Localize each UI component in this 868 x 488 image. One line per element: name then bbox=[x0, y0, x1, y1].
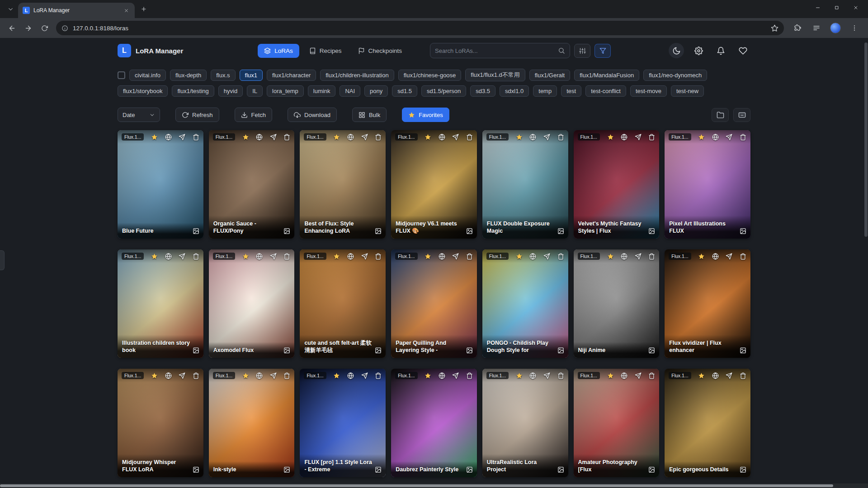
select-all-checkbox[interactable] bbox=[118, 71, 125, 79]
example-images-icon[interactable] bbox=[466, 466, 473, 473]
delete-icon[interactable] bbox=[193, 253, 199, 260]
open-folder-button[interactable] bbox=[712, 108, 729, 122]
tag-lora_temp[interactable]: lora_temp bbox=[267, 85, 304, 97]
tab-search-button[interactable] bbox=[4, 2, 17, 16]
favorite-star-icon[interactable] bbox=[151, 253, 158, 260]
example-images-icon[interactable] bbox=[375, 466, 382, 473]
delete-icon[interactable] bbox=[375, 134, 382, 141]
send-to-workflow-icon[interactable] bbox=[179, 253, 185, 260]
lora-card[interactable]: Flux.1... Midjourney Whisper FLUX LoRA bbox=[118, 369, 203, 477]
delete-icon[interactable] bbox=[648, 372, 655, 379]
send-to-workflow-icon[interactable] bbox=[543, 253, 550, 260]
delete-icon[interactable] bbox=[283, 253, 290, 260]
lora-card[interactable]: Flux.1... cute and soft felt-art 柔软清新羊毛毡 bbox=[300, 249, 386, 358]
delete-icon[interactable] bbox=[557, 372, 564, 379]
example-images-icon[interactable] bbox=[283, 228, 290, 235]
delete-icon[interactable] bbox=[648, 253, 655, 260]
civitai-globe-icon[interactable] bbox=[256, 134, 263, 141]
example-images-icon[interactable] bbox=[740, 228, 746, 235]
tag-test[interactable]: test bbox=[561, 85, 581, 97]
favorite-star-icon[interactable] bbox=[242, 253, 249, 260]
example-images-icon[interactable] bbox=[740, 466, 746, 473]
civitai-globe-icon[interactable] bbox=[621, 134, 627, 141]
tag-flux1/chinese-goose[interactable]: flux1/chinese-goose bbox=[398, 70, 462, 81]
tag-flux1/children-illustration[interactable]: flux1/children-illustration bbox=[320, 70, 394, 81]
forward-button[interactable] bbox=[21, 21, 35, 35]
civitai-globe-icon[interactable] bbox=[529, 253, 536, 260]
example-images-icon[interactable] bbox=[648, 228, 655, 235]
delete-icon[interactable] bbox=[740, 134, 746, 141]
horizontal-scrollbar-thumb[interactable] bbox=[0, 484, 833, 487]
lora-card[interactable]: Flux.1... PONGO - Childish Play Dough St… bbox=[482, 249, 568, 358]
lora-card[interactable]: Flux.1... Midjourney V6.1 meets FLUX 🎨 bbox=[391, 130, 477, 239]
delete-icon[interactable] bbox=[375, 253, 382, 260]
favorite-star-icon[interactable] bbox=[242, 372, 249, 379]
filter-button[interactable] bbox=[594, 44, 611, 58]
favorite-star-icon[interactable] bbox=[242, 134, 249, 141]
delete-icon[interactable] bbox=[557, 253, 564, 260]
lora-card[interactable]: Flux.1... Velvet's Mythic Fantasy Styles… bbox=[574, 130, 660, 239]
theme-toggle-button[interactable] bbox=[669, 43, 684, 58]
delete-icon[interactable] bbox=[466, 134, 473, 141]
tag-sd1.5/person[interactable]: sd1.5/person bbox=[421, 85, 466, 97]
favorite-star-icon[interactable] bbox=[333, 253, 340, 260]
example-images-icon[interactable] bbox=[375, 228, 382, 235]
search-input[interactable] bbox=[435, 47, 554, 54]
send-to-workflow-icon[interactable] bbox=[361, 134, 368, 141]
send-to-workflow-icon[interactable] bbox=[452, 253, 459, 260]
civitai-globe-icon[interactable] bbox=[347, 134, 354, 141]
favorite-star-icon[interactable] bbox=[425, 253, 431, 260]
settings-button[interactable] bbox=[691, 43, 706, 58]
favorite-star-icon[interactable] bbox=[698, 372, 705, 379]
send-to-workflow-icon[interactable] bbox=[635, 253, 642, 260]
civitai-globe-icon[interactable] bbox=[712, 253, 719, 260]
send-to-workflow-icon[interactable] bbox=[179, 372, 185, 379]
lora-card[interactable]: Flux.1... FLUX Double Exposure Magic bbox=[482, 130, 568, 239]
bulk-button[interactable]: Bulk bbox=[352, 108, 387, 122]
tag-flux1/character[interactable]: flux1/character bbox=[267, 70, 316, 81]
favorite-star-icon[interactable] bbox=[607, 372, 614, 379]
favorite-star-icon[interactable] bbox=[151, 134, 158, 141]
favorite-star-icon[interactable] bbox=[516, 134, 523, 141]
profile-avatar[interactable] bbox=[828, 21, 843, 35]
delete-icon[interactable] bbox=[740, 372, 746, 379]
reload-button[interactable] bbox=[37, 21, 52, 35]
tag-sd3.5[interactable]: sd3.5 bbox=[470, 85, 495, 97]
send-to-workflow-icon[interactable] bbox=[361, 372, 368, 379]
bookmark-star-icon[interactable] bbox=[771, 24, 778, 32]
delete-icon[interactable] bbox=[283, 372, 290, 379]
example-images-icon[interactable] bbox=[283, 466, 290, 473]
reading-list-icon[interactable] bbox=[809, 21, 824, 35]
vertical-scrollbar-thumb[interactable] bbox=[864, 42, 868, 237]
example-images-icon[interactable] bbox=[740, 347, 746, 354]
delete-icon[interactable] bbox=[283, 134, 290, 141]
lora-card[interactable]: Flux.1... Amateur Photography [Flux bbox=[574, 369, 660, 477]
notifications-button[interactable] bbox=[713, 43, 728, 58]
favorite-star-icon[interactable] bbox=[607, 134, 614, 141]
civitai-globe-icon[interactable] bbox=[621, 372, 627, 379]
send-to-workflow-icon[interactable] bbox=[361, 253, 368, 260]
favorite-star-icon[interactable] bbox=[516, 253, 523, 260]
civitai-globe-icon[interactable] bbox=[439, 134, 445, 141]
tag-flux1/storybook[interactable]: flux1/storybook bbox=[118, 85, 168, 97]
tag-test-new[interactable]: test-new bbox=[671, 85, 704, 97]
example-images-icon[interactable] bbox=[648, 347, 655, 354]
example-images-icon[interactable] bbox=[466, 228, 473, 235]
nav-item-loras[interactable]: LoRAs bbox=[258, 44, 299, 58]
minimize-button[interactable] bbox=[808, 0, 827, 15]
example-images-icon[interactable] bbox=[193, 466, 199, 473]
lora-card[interactable]: Flux.1... UltraRealistic Lora Project bbox=[482, 369, 568, 477]
example-images-icon[interactable] bbox=[283, 347, 290, 354]
search-icon[interactable] bbox=[558, 47, 565, 54]
send-to-workflow-icon[interactable] bbox=[543, 134, 550, 141]
search-options-button[interactable] bbox=[574, 44, 590, 58]
nav-item-recipes[interactable]: Recipes bbox=[303, 44, 348, 58]
lora-card[interactable]: Flux.1... Organic Sauce - FLUX/Pony bbox=[209, 130, 295, 239]
delete-icon[interactable] bbox=[740, 253, 746, 260]
tag-sdxl1.0[interactable]: sdxl1.0 bbox=[500, 85, 529, 97]
example-images-icon[interactable] bbox=[375, 347, 382, 354]
lora-card[interactable]: Flux.1... Flux vividizer | Flux enhancer bbox=[665, 249, 750, 358]
tag-flux.s[interactable]: flux.s bbox=[211, 70, 235, 81]
send-to-workflow-icon[interactable] bbox=[179, 134, 185, 141]
tag-test-move[interactable]: test-move bbox=[630, 85, 667, 97]
